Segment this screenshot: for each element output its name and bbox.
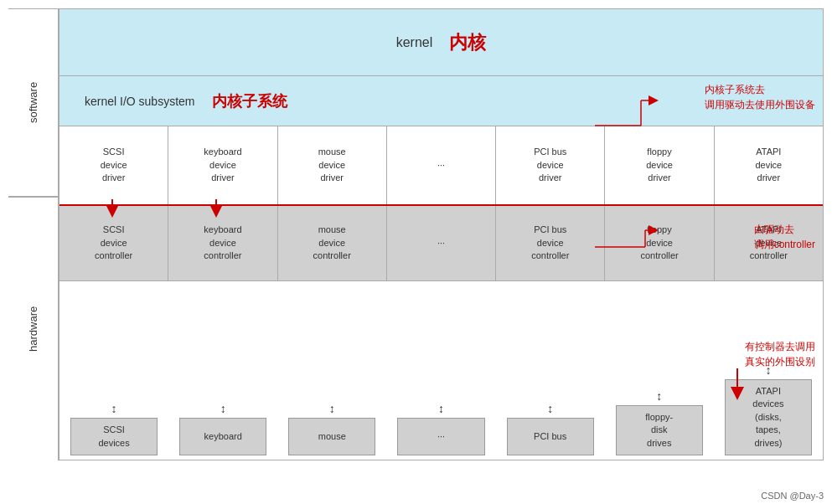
kernel-row: kernel 内核 [59,9,823,76]
annotation-driver: 由驱动去调用controller [754,222,815,252]
hardware-text: hardware [27,306,39,352]
software-text: software [27,82,39,123]
arrow-5: ↕ [656,390,662,402]
annotation-controller: 有控制器去调用真实的外围设别 [745,339,815,369]
kio-cn: 内核子系统 [212,91,287,111]
device-col-6: ↕ ATAPIdevices(disks,tapes,drives) [714,364,823,455]
device-box-3: ··· [397,418,484,455]
device-col-1: ↕ keyboard [168,403,277,455]
controller-cell-0: SCSIdevicecontroller [59,206,168,280]
controller-cell-3: ··· [387,206,496,280]
device-box-1: keyboard [179,418,266,455]
device-box-0: SCSIdevices [70,418,158,455]
device-box-5: floppy-diskdrives [616,405,703,455]
driver-cell-3: ··· [387,126,496,204]
arrow-0: ↕ [111,403,117,414]
driver-cell-1: keyboarddevicedriver [168,126,277,204]
kio-en: kernel I/O subsystem [85,95,195,108]
software-label: software [8,8,59,197]
arrow-4: ↕ [547,403,553,414]
driver-cell-2: mousedevicedriver [278,126,387,204]
device-box-2: mouse [288,418,375,455]
kernel-cn: 内核 [449,30,486,55]
drivers-row: SCSIdevicedriver keyboarddevicedriver mo… [59,126,823,206]
content-area: kernel 内核 kernel I/O subsystem 内核子系统 SCS… [59,8,824,460]
hardware-label: hardware [8,197,59,460]
driver-cell-6: ATAPIdevicedriver [715,126,823,204]
device-col-3: ↕ ··· [386,403,495,455]
annotation-kio: 内核子系统去调用驱动去使用外围设备 [705,82,815,112]
driver-cell-4: PCI busdevicedriver [496,126,605,204]
side-labels: software hardware [8,8,59,460]
arrow-1: ↕ [220,403,226,414]
arrow-3: ↕ [438,403,444,414]
footer-text: CSDN @Day-3 [761,491,824,501]
device-col-2: ↕ mouse [277,403,386,455]
controller-cell-4: PCI busdevicecontroller [496,206,605,280]
controllers-row: SCSIdevicecontroller keyboarddevicecontr… [59,206,823,281]
driver-cell-0: SCSIdevicedriver [59,126,168,204]
device-col-0: ↕ SCSIdevices [59,403,168,455]
main-container: software hardware kernel 内核 kernel I/O s… [0,0,832,504]
device-box-4: PCI bus [507,418,594,455]
arrow-2: ↕ [329,403,335,414]
diagram-wrapper: software hardware kernel 内核 kernel I/O s… [8,8,824,460]
controller-cell-2: mousedevicecontroller [278,206,387,280]
kernel-en: kernel [396,35,433,50]
device-box-6: ATAPIdevices(disks,tapes,drives) [725,379,812,455]
controller-cell-1: keyboarddevicecontroller [168,206,277,280]
controller-cell-5: floppydevicecontroller [605,206,714,280]
device-col-4: ↕ PCI bus [496,403,605,455]
device-col-5: ↕ floppy-diskdrives [605,390,714,455]
footer: CSDN @Day-3 [761,491,824,501]
driver-cell-5: floppydevicedriver [605,126,714,204]
devices-area: ↕ SCSIdevices ↕ keyboard ↕ mouse [59,281,823,460]
